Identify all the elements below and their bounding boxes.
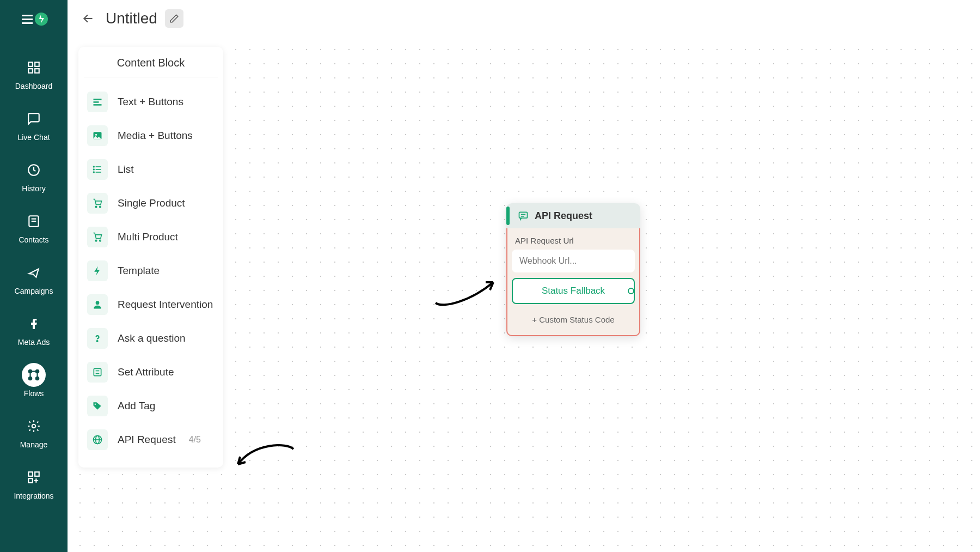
chat-icon (22, 107, 46, 131)
sidebar-item-label: Contacts (19, 235, 48, 244)
cart-icon (87, 193, 108, 214)
svg-point-37 (100, 206, 101, 208)
block-item-text-buttons[interactable]: Text + Buttons (84, 85, 218, 119)
topbar: Untitled (68, 0, 980, 37)
block-label: Add Tag (118, 400, 155, 412)
attr-icon (87, 362, 108, 383)
block-label: Request Intervention (118, 299, 213, 311)
block-label: API Request (118, 434, 176, 446)
svg-rect-20 (28, 472, 33, 476)
block-item-list[interactable]: List (84, 153, 218, 186)
sidebar-item-label: Meta Ads (18, 338, 50, 347)
media-icon (87, 125, 108, 146)
svg-rect-1 (22, 19, 33, 20)
block-label: Ask a question (118, 332, 186, 344)
sidebar-item-label: Flows (24, 389, 44, 398)
block-item-media-buttons[interactable]: Media + Buttons (84, 119, 218, 153)
annotation-arrow-icon (432, 277, 503, 315)
block-item-request-intervention[interactable]: Request Intervention (84, 288, 218, 322)
status-fallback-button[interactable]: Status Fallback (512, 278, 635, 304)
svg-rect-4 (28, 62, 33, 66)
svg-point-29 (95, 134, 97, 136)
svg-point-38 (95, 240, 97, 241)
sidebar-item-flows[interactable]: Flows (0, 356, 68, 408)
bolt-icon (87, 260, 108, 281)
sidebar-item-label: History (22, 184, 46, 193)
person-icon (87, 294, 108, 315)
svg-point-34 (94, 169, 95, 170)
svg-point-39 (100, 240, 101, 241)
sidebar-item-manage[interactable]: Manage (0, 408, 68, 459)
annotation-arrow-icon (232, 442, 303, 481)
content-block-panel: Content Block Text + Buttons Media + But… (78, 47, 223, 468)
node-title: API Request (535, 210, 592, 222)
svg-rect-0 (22, 15, 33, 16)
sidebar-item-label: Live Chat (17, 133, 50, 142)
svg-point-13 (36, 370, 39, 373)
sidebar-item-livechat[interactable]: Live Chat (0, 100, 68, 151)
svg-rect-21 (35, 472, 39, 476)
question-icon (87, 328, 108, 349)
block-label: List (118, 163, 134, 175)
sidebar-item-label: Campaigns (15, 287, 53, 295)
facebook-icon (22, 312, 46, 336)
block-item-add-tag[interactable]: Add Tag (84, 389, 218, 423)
svg-point-41 (97, 341, 98, 342)
svg-point-36 (95, 206, 97, 208)
node-header[interactable]: API Request (506, 203, 640, 228)
block-item-api-request[interactable]: API Request 4/5 (84, 423, 218, 457)
svg-rect-42 (94, 368, 101, 375)
block-label: Set Attribute (118, 366, 174, 378)
send-icon (22, 260, 46, 284)
svg-point-35 (94, 172, 95, 173)
output-port[interactable] (628, 288, 634, 294)
svg-rect-22 (28, 478, 33, 483)
block-suffix: 4/5 (189, 435, 201, 445)
panel-title: Content Block (84, 57, 218, 77)
svg-point-33 (94, 166, 95, 167)
history-icon (22, 158, 46, 182)
sidebar-item-integrations[interactable]: Integrations (0, 459, 68, 510)
svg-rect-27 (94, 104, 102, 106)
webhook-url-input[interactable] (512, 250, 635, 272)
svg-point-15 (36, 377, 39, 380)
grid-icon (22, 56, 46, 80)
flows-icon (22, 363, 46, 387)
svg-point-45 (95, 403, 96, 405)
list-icon (87, 159, 108, 180)
block-item-set-attribute[interactable]: Set Attribute (84, 355, 218, 389)
svg-rect-7 (35, 69, 39, 73)
sidebar-item-label: Dashboard (15, 82, 53, 90)
sidebar: Dashboard Live Chat History Contacts Cam… (0, 0, 68, 552)
sidebar-item-metaads[interactable]: Meta Ads (0, 305, 68, 356)
sidebar-item-history[interactable]: History (0, 151, 68, 203)
back-button[interactable] (78, 9, 98, 28)
block-item-template[interactable]: Template (84, 254, 218, 288)
status-fallback-label: Status Fallback (542, 286, 605, 296)
svg-rect-6 (28, 69, 33, 73)
svg-rect-26 (94, 101, 99, 103)
sidebar-item-label: Manage (20, 440, 48, 449)
flow-canvas[interactable]: Content Block Text + Buttons Media + But… (68, 37, 980, 552)
block-item-ask-question[interactable]: Ask a question (84, 322, 218, 355)
block-label: Media + Buttons (118, 130, 193, 142)
block-item-single-product[interactable]: Single Product (84, 186, 218, 220)
block-label: Single Product (118, 197, 185, 209)
text-icon (87, 92, 108, 112)
block-item-multi-product[interactable]: Multi Product (84, 220, 218, 254)
svg-point-19 (32, 424, 36, 428)
sidebar-item-dashboard[interactable]: Dashboard (0, 49, 68, 100)
node-body: API Request Url Status Fallback + Custom… (506, 228, 640, 336)
sidebar-item-contacts[interactable]: Contacts (0, 203, 68, 254)
sidebar-item-campaigns[interactable]: Campaigns (0, 254, 68, 305)
block-label: Text + Buttons (118, 96, 183, 108)
svg-rect-49 (519, 212, 528, 218)
add-custom-status-button[interactable]: + Custom Status Code (512, 312, 635, 327)
gear-icon (22, 414, 46, 438)
api-request-node[interactable]: API Request API Request Url Status Fallb… (506, 203, 640, 336)
svg-rect-5 (35, 62, 39, 66)
chat-bubble-icon (517, 210, 529, 222)
block-label: Multi Product (118, 231, 178, 243)
block-label: Template (118, 265, 160, 277)
edit-title-button[interactable] (165, 9, 183, 28)
